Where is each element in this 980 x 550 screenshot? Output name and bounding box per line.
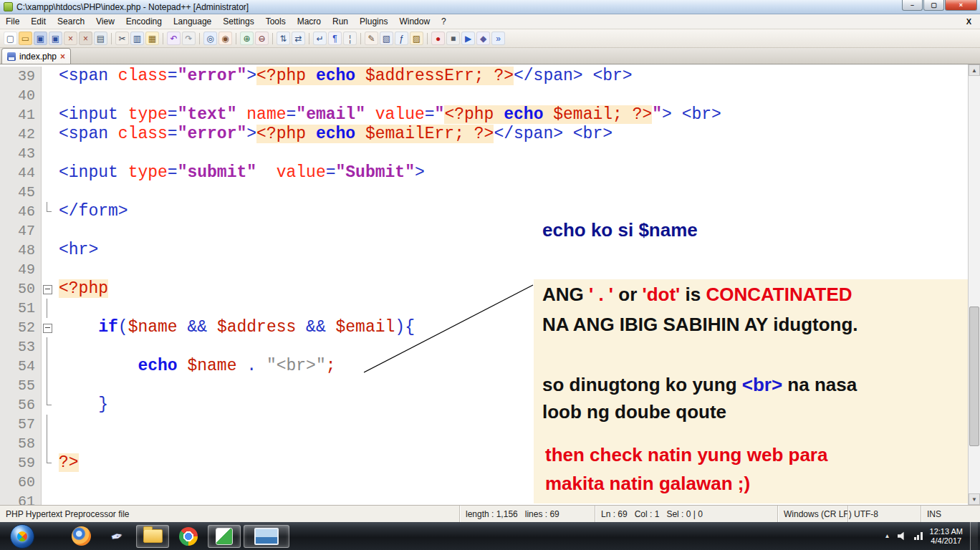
code-text: <span class="error"><?php echo $emailErr… bbox=[53, 125, 612, 144]
macro-run-multiple-button[interactable]: » bbox=[491, 32, 505, 45]
code-text: echo $name . "<br>"; bbox=[53, 357, 336, 376]
menu-search[interactable]: Search bbox=[52, 14, 90, 29]
editor-line-44: 44<input type="submit" value="Submit"> bbox=[0, 163, 968, 183]
window-title: C:\xampp\htdocs\PHP\index.php - Notepad+… bbox=[16, 2, 249, 12]
paste-button[interactable]: ▦ bbox=[145, 32, 159, 45]
annotation-dugtong-line2: loob ng doube qoute bbox=[542, 401, 726, 423]
network-icon[interactable] bbox=[914, 532, 923, 540]
define-language-button[interactable]: ✎ bbox=[365, 32, 378, 45]
windows-taskbar: ✒ ▲ 12:13 AM 4/4/2017 bbox=[0, 522, 980, 550]
taskbar-green-app[interactable] bbox=[208, 525, 241, 548]
editor-line-39: 39<span class="error"><?php echo $addres… bbox=[0, 67, 968, 86]
volume-icon[interactable] bbox=[898, 531, 907, 541]
menu-help[interactable]: ? bbox=[436, 14, 452, 29]
show-desktop-button[interactable] bbox=[970, 522, 978, 550]
menu-settings[interactable]: Settings bbox=[217, 14, 259, 29]
fold-toggle-icon[interactable] bbox=[42, 318, 53, 337]
status-bar: PHP Hypertext Preprocessor file length :… bbox=[0, 505, 980, 522]
document-map-button[interactable]: ▧ bbox=[380, 32, 393, 45]
fold-margin bbox=[42, 163, 53, 183]
code-editor[interactable]: 39<span class="error"><?php echo $addres… bbox=[0, 64, 968, 505]
fold-marker bbox=[42, 202, 53, 221]
macro-play-button[interactable]: ▶ bbox=[461, 32, 475, 45]
annotation-concat-line1: ANG ' . ' or 'dot' is CONCATINATED bbox=[542, 284, 852, 305]
menu-encoding[interactable]: Encoding bbox=[120, 14, 168, 29]
menu-plugins[interactable]: Plugins bbox=[354, 14, 393, 29]
sync-vertical-button[interactable]: ⇅ bbox=[277, 32, 290, 45]
image-viewer-icon bbox=[254, 528, 279, 545]
menu-window[interactable]: Window bbox=[393, 14, 436, 29]
scroll-down-arrow-icon[interactable]: ▼ bbox=[969, 493, 980, 505]
undo-button[interactable]: ↶ bbox=[167, 32, 181, 45]
close-file-button[interactable]: × bbox=[64, 32, 77, 45]
vertical-scrollbar[interactable]: ▲ ▼ bbox=[968, 64, 980, 505]
toolbar-separator bbox=[272, 33, 273, 44]
copy-button[interactable]: ▥ bbox=[130, 32, 144, 45]
taskbar-quill-app[interactable]: ✒ bbox=[100, 525, 133, 548]
taskbar-windows-explorer[interactable] bbox=[136, 525, 169, 548]
minimize-button[interactable]: – bbox=[902, 0, 923, 11]
menu-macro[interactable]: Macro bbox=[292, 14, 327, 29]
tab-close-icon[interactable]: × bbox=[60, 52, 65, 61]
menu-file[interactable]: File bbox=[0, 14, 25, 29]
title-bar: C:\xampp\htdocs\PHP\index.php - Notepad+… bbox=[0, 0, 980, 14]
menu-view[interactable]: View bbox=[90, 14, 120, 29]
open-folder-button[interactable]: ▭ bbox=[19, 32, 32, 45]
zoom-out-button[interactable]: ⊖ bbox=[255, 32, 269, 45]
sync-horizontal-button[interactable]: ⇄ bbox=[292, 32, 305, 45]
green-app-icon bbox=[216, 528, 233, 545]
line-number: 42 bbox=[0, 125, 42, 144]
maximize-button[interactable]: ▢ bbox=[923, 0, 944, 11]
cut-button[interactable]: ✂ bbox=[115, 32, 129, 45]
save-all-button[interactable]: ▣ bbox=[49, 32, 62, 45]
toolbar-separator bbox=[199, 33, 200, 44]
status-encoding: UTF-8 bbox=[847, 506, 921, 522]
fold-margin bbox=[42, 67, 53, 86]
zoom-in-button[interactable]: ⊕ bbox=[240, 32, 254, 45]
print-button[interactable]: ▤ bbox=[94, 32, 107, 45]
editor-line-48: 48<hr> bbox=[0, 241, 968, 260]
save-button[interactable]: ▣ bbox=[34, 32, 47, 45]
line-number: 40 bbox=[0, 86, 42, 105]
scrollbar-thumb[interactable] bbox=[969, 307, 979, 446]
redo-button[interactable]: ↷ bbox=[182, 32, 196, 45]
mdi-close-button[interactable]: X bbox=[958, 16, 980, 27]
show-hidden-icons-button[interactable]: ▲ bbox=[885, 533, 890, 539]
fold-margin bbox=[42, 144, 53, 163]
tab-index-php[interactable]: index.php × bbox=[1, 48, 71, 64]
find-button[interactable]: ◎ bbox=[203, 32, 217, 45]
taskbar-clock[interactable]: 12:13 AM 4/4/2017 bbox=[930, 527, 963, 546]
word-wrap-button[interactable]: ↵ bbox=[313, 32, 327, 45]
menu-edit[interactable]: Edit bbox=[25, 14, 52, 29]
fold-margin bbox=[42, 105, 53, 125]
code-text bbox=[53, 415, 59, 434]
replace-button[interactable]: ◉ bbox=[218, 32, 232, 45]
fold-toggle-icon[interactable] bbox=[42, 279, 53, 299]
code-text bbox=[53, 492, 59, 505]
fold-marker bbox=[42, 299, 53, 318]
function-list-button[interactable]: ƒ bbox=[395, 32, 408, 45]
macro-record-button[interactable]: ● bbox=[431, 32, 445, 45]
taskbar-chrome[interactable] bbox=[172, 525, 205, 548]
new-file-button[interactable]: ▢ bbox=[4, 32, 17, 45]
code-text bbox=[53, 299, 59, 318]
macro-save-button[interactable]: ◆ bbox=[476, 32, 490, 45]
close-all-button[interactable]: × bbox=[79, 32, 92, 45]
start-button[interactable] bbox=[6, 525, 39, 548]
indent-guide-button[interactable]: ¦ bbox=[343, 32, 357, 45]
scroll-up-arrow-icon[interactable]: ▲ bbox=[969, 64, 980, 76]
code-text: <input type="submit" value="Submit"> bbox=[53, 163, 425, 183]
code-text bbox=[53, 144, 59, 163]
folder-workspace-button[interactable]: ▨ bbox=[410, 32, 423, 45]
macro-stop-button[interactable]: ■ bbox=[446, 32, 460, 45]
show-all-characters-button[interactable]: ¶ bbox=[328, 32, 342, 45]
menu-run[interactable]: Run bbox=[327, 14, 354, 29]
taskbar-image-viewer[interactable] bbox=[244, 525, 289, 548]
code-text: </form> bbox=[53, 202, 128, 221]
close-button[interactable]: × bbox=[945, 0, 977, 11]
menu-language[interactable]: Language bbox=[168, 14, 217, 29]
taskbar-firefox[interactable] bbox=[64, 525, 97, 548]
annotation-echo-name: echo ko si $name bbox=[542, 219, 698, 241]
code-text bbox=[53, 221, 59, 241]
menu-tools[interactable]: Tools bbox=[260, 14, 292, 29]
